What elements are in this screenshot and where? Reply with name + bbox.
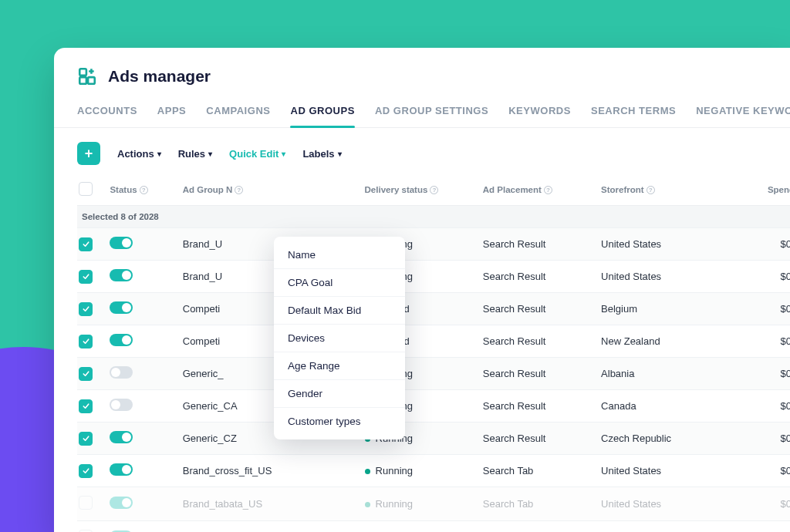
quick-edit-option[interactable]: Age Range bbox=[274, 352, 405, 380]
storefront: United States bbox=[601, 228, 719, 261]
row-checkbox[interactable] bbox=[79, 237, 93, 251]
table-row: CompetiPausedSearch ResultBelgium$0.059% bbox=[77, 293, 790, 325]
storefront: Canada bbox=[601, 390, 719, 423]
quick-edit-option[interactable]: Name bbox=[274, 241, 405, 269]
col-delivery[interactable]: Delivery status? bbox=[365, 174, 483, 206]
row-checkbox[interactable] bbox=[79, 399, 93, 413]
tab-ad-groups[interactable]: AD GROUPS bbox=[290, 97, 354, 127]
status-toggle[interactable] bbox=[110, 463, 133, 476]
ad-placement: Search Result bbox=[483, 358, 601, 390]
ad-group-name[interactable]: Brand_cross_fit_US bbox=[183, 455, 365, 487]
storefront: Belgium bbox=[601, 293, 719, 325]
tab-keywords[interactable]: KEYWORDS bbox=[508, 97, 571, 127]
chevron-down-icon: ▾ bbox=[208, 150, 212, 158]
spend: $0.12 bbox=[719, 261, 790, 293]
table-wrap: Status? Ad Group N? Delivery status? Ad … bbox=[54, 174, 790, 532]
quick-edit-menu[interactable]: Quick Edit ▾ bbox=[229, 148, 285, 160]
ad-placement: Search Tab bbox=[483, 455, 601, 487]
status-toggle[interactable] bbox=[110, 497, 133, 509]
row-checkbox[interactable] bbox=[79, 335, 93, 348]
quick-edit-option[interactable]: Default Max Bid bbox=[274, 297, 405, 325]
table-row: Generic_CZRunningSearch ResultCzech Repu… bbox=[77, 423, 790, 455]
quick-edit-option[interactable]: Customer types bbox=[274, 408, 405, 435]
info-icon: ? bbox=[544, 186, 552, 194]
spend: $0.22 bbox=[719, 358, 790, 390]
app-window: Ads manager ACCOUNTSAPPSCAMPAIGNSAD GROU… bbox=[54, 48, 790, 532]
ad-placement: Search Tab bbox=[483, 521, 601, 533]
ad-groups-table: Status? Ad Group N? Delivery status? Ad … bbox=[77, 174, 790, 532]
tab-accounts[interactable]: ACCOUNTS bbox=[77, 97, 137, 127]
row-checkbox[interactable] bbox=[79, 270, 93, 284]
spend: $0.16 bbox=[719, 455, 790, 487]
spend: $0.16 bbox=[719, 423, 790, 455]
table-row: CompetiPausedSearch ResultNew Zealand$0.… bbox=[77, 325, 790, 358]
table-row: Brand_workout_US_AllRunningSearch TabUni… bbox=[77, 521, 790, 533]
info-icon: ? bbox=[430, 186, 438, 194]
col-placement[interactable]: Ad Placement? bbox=[483, 174, 601, 206]
delivery-status: Running bbox=[365, 487, 483, 521]
actions-menu[interactable]: Actions ▾ bbox=[117, 148, 161, 160]
row-checkbox[interactable] bbox=[79, 302, 93, 316]
table-row: Brand_URunningSearch ResultUnited States… bbox=[77, 261, 790, 293]
col-status[interactable]: Status? bbox=[110, 174, 182, 206]
row-checkbox[interactable] bbox=[79, 432, 93, 446]
quick-edit-dropdown: NameCPA GoalDefault Max BidDevicesAge Ra… bbox=[274, 237, 405, 439]
tab-ad-group-settings[interactable]: AD GROUP SETTINGS bbox=[375, 97, 488, 127]
col-spend[interactable]: Spend? bbox=[719, 174, 790, 206]
status-toggle[interactable] bbox=[110, 334, 133, 346]
chevron-down-icon: ▾ bbox=[282, 150, 285, 158]
table-row: Brand_tabata_USRunningSearch TabUnited S… bbox=[77, 487, 790, 521]
table-row: Generic_RunningSearch ResultAlbania$0.22… bbox=[77, 358, 790, 390]
select-all-checkbox[interactable] bbox=[79, 182, 93, 196]
svg-rect-0 bbox=[79, 69, 86, 76]
chevron-down-icon: ▾ bbox=[338, 150, 342, 158]
quick-edit-option[interactable]: CPA Goal bbox=[274, 269, 405, 297]
status-toggle[interactable] bbox=[110, 366, 133, 379]
info-icon: ? bbox=[235, 186, 243, 194]
storefront: United States bbox=[601, 455, 719, 487]
add-button[interactable]: + bbox=[77, 142, 100, 165]
logo-icon bbox=[77, 66, 97, 86]
info-icon: ? bbox=[647, 186, 655, 194]
toolbar: + Actions ▾ Rules ▾ Quick Edit ▾ Labels … bbox=[54, 128, 790, 174]
spend: $0.34 bbox=[719, 228, 790, 261]
page-title: Ads manager bbox=[108, 67, 211, 86]
spend: $0.34 bbox=[719, 325, 790, 358]
ad-group-name[interactable]: Brand_workout_US_All bbox=[183, 521, 365, 533]
svg-rect-2 bbox=[88, 77, 95, 84]
row-checkbox[interactable] bbox=[79, 496, 93, 510]
table-row: Generic_CARunningSearch ResultCanada$0.1… bbox=[77, 390, 790, 423]
quick-edit-option[interactable]: Gender bbox=[274, 380, 405, 408]
ad-group-name[interactable]: Brand_tabata_US bbox=[183, 487, 365, 521]
col-storefront[interactable]: Storefront? bbox=[601, 174, 719, 206]
tab-bar: ACCOUNTSAPPSCAMPAIGNSAD GROUPSAD GROUP S… bbox=[54, 97, 790, 128]
status-toggle[interactable] bbox=[110, 399, 133, 411]
plus-icon: + bbox=[85, 146, 93, 162]
col-name[interactable]: Ad Group N? bbox=[183, 174, 365, 206]
status-toggle[interactable] bbox=[110, 269, 133, 281]
selection-info-row: Selected 8 of 2028 bbox=[77, 206, 790, 228]
delivery-status: Running bbox=[365, 455, 483, 487]
storefront: Czech Republic bbox=[601, 423, 719, 455]
tab-negative-keywords[interactable]: NEGATIVE KEYWORDS bbox=[696, 97, 790, 127]
rules-menu[interactable]: Rules ▾ bbox=[178, 148, 212, 160]
status-toggle[interactable] bbox=[110, 431, 133, 443]
storefront: United States bbox=[601, 487, 719, 521]
storefront: New Zealand bbox=[601, 325, 719, 358]
status-toggle[interactable] bbox=[110, 237, 133, 249]
quick-edit-option[interactable]: Devices bbox=[274, 325, 405, 352]
status-dot-running-icon bbox=[365, 469, 370, 474]
spend: $0.17 bbox=[719, 390, 790, 423]
status-toggle[interactable] bbox=[110, 301, 133, 314]
row-checkbox[interactable] bbox=[79, 464, 93, 478]
chevron-down-icon: ▾ bbox=[157, 150, 161, 158]
tab-campaigns[interactable]: CAMPAIGNS bbox=[206, 97, 270, 127]
labels-menu[interactable]: Labels ▾ bbox=[302, 148, 341, 160]
tab-search-terms[interactable]: SEARCH TERMS bbox=[591, 97, 676, 127]
ad-placement: Search Result bbox=[483, 325, 601, 358]
tab-apps[interactable]: APPS bbox=[157, 97, 186, 127]
row-checkbox[interactable] bbox=[79, 367, 93, 381]
ad-placement: Search Result bbox=[483, 228, 601, 261]
ad-placement: Search Result bbox=[483, 293, 601, 325]
ad-placement: Search Result bbox=[483, 423, 601, 455]
